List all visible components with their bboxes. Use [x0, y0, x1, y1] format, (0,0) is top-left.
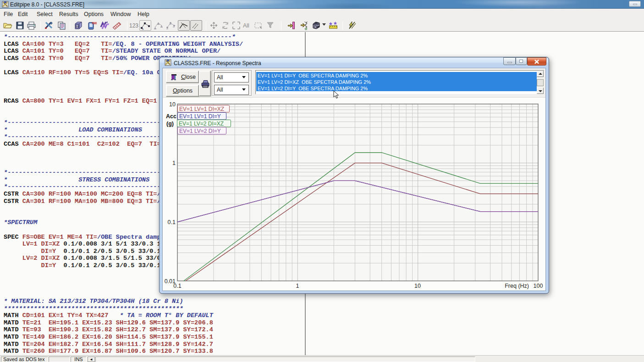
svg-text:XML: XML	[92, 22, 97, 25]
svg-text:0.1: 0.1	[173, 283, 181, 289]
svg-text:FR: FR	[76, 25, 79, 28]
svg-text:EV=1 LV=2 DI=Y: EV=1 LV=2 DI=Y	[179, 128, 221, 134]
svg-text:0.1: 0.1	[168, 219, 176, 225]
svg-text:EV=1 LV=2 DI=XZ: EV=1 LV=2 DI=XZ	[179, 121, 224, 127]
svg-text:1: 1	[142, 27, 144, 30]
svg-text:1: 1	[296, 283, 299, 289]
svg-text:Acc: Acc	[166, 113, 176, 120]
svg-text:10: 10	[414, 283, 421, 289]
svg-text:100: 100	[534, 283, 543, 289]
svg-text:10: 10	[169, 101, 176, 108]
svg-text:Freq (Hz): Freq (Hz)	[505, 283, 529, 289]
svg-text:EV=1 LV=1 DI=Y: EV=1 LV=1 DI=Y	[179, 113, 221, 120]
svg-text:1: 1	[172, 160, 176, 166]
svg-text:EV=1 LV=1 DI=XZ: EV=1 LV=1 DI=XZ	[179, 106, 224, 112]
svg-text:(g): (g)	[166, 121, 174, 127]
